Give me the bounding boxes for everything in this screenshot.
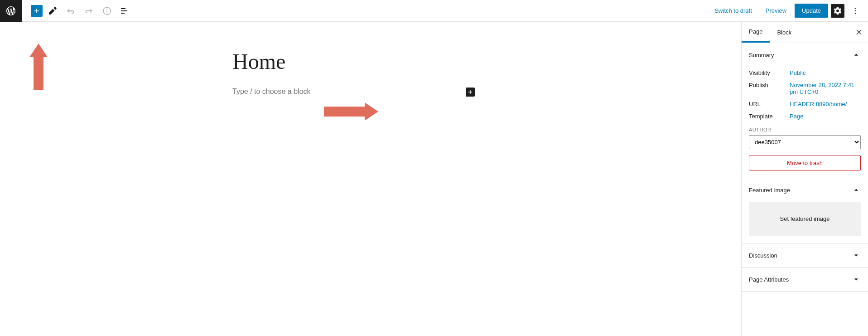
preview-button[interactable]: Preview [760,4,792,18]
annotation-arrow-right [324,102,378,121]
undo-button [63,3,79,19]
publish-label: Publish [749,82,790,95]
page-attributes-panel-header[interactable]: Page Attributes [742,268,868,291]
svg-point-2 [107,9,107,9]
wordpress-logo[interactable] [0,0,22,22]
switch-draft-button[interactable]: Switch to draft [709,4,757,18]
featured-image-title: Featured image [749,187,790,194]
tab-block[interactable]: Block [770,22,799,43]
visibility-label: Visibility [749,69,790,76]
summary-panel-header[interactable]: Summary [742,43,868,67]
svg-point-3 [855,7,856,9]
block-placeholder[interactable]: Type / to choose a block [232,88,311,96]
more-options-button[interactable] [847,3,863,19]
update-button[interactable]: Update [795,4,828,18]
page-title[interactable]: Home [232,49,509,74]
author-select[interactable]: dee35007 [749,135,861,149]
redo-button [81,3,97,19]
svg-point-5 [855,13,856,14]
discussion-panel-header[interactable]: Discussion [742,243,868,267]
move-to-trash-button[interactable]: Move to trash [749,156,861,170]
close-panel-button[interactable] [850,22,868,43]
template-label: Template [749,113,790,120]
summary-title: Summary [749,52,774,58]
discussion-title: Discussion [749,252,777,259]
featured-image-panel-header[interactable]: Featured image [742,178,868,202]
chevron-down-icon [852,275,861,284]
publish-value[interactable]: November 28, 2022 7:41 pm UTC+0 [790,82,854,95]
template-value[interactable]: Page [790,113,803,120]
annotation-arrow-up [29,44,48,90]
chevron-up-icon [852,50,861,59]
page-attributes-title: Page Attributes [749,276,789,283]
svg-point-4 [855,10,856,11]
list-view-button[interactable] [117,3,133,19]
visibility-value[interactable]: Public [790,69,805,76]
info-button[interactable] [99,3,115,19]
tab-page[interactable]: Page [742,22,770,43]
settings-button[interactable] [831,4,844,18]
url-value[interactable]: HEADER:8890/home/ [790,101,847,107]
add-block-button[interactable] [31,5,43,17]
set-featured-image-button[interactable]: Set featured image [749,202,861,236]
edit-tool-button[interactable] [44,3,61,19]
inline-add-block-button[interactable] [466,88,475,97]
chevron-up-icon [852,185,861,195]
chevron-down-icon [852,251,861,260]
author-label: AUTHOR [749,127,861,132]
url-label: URL [749,101,790,107]
